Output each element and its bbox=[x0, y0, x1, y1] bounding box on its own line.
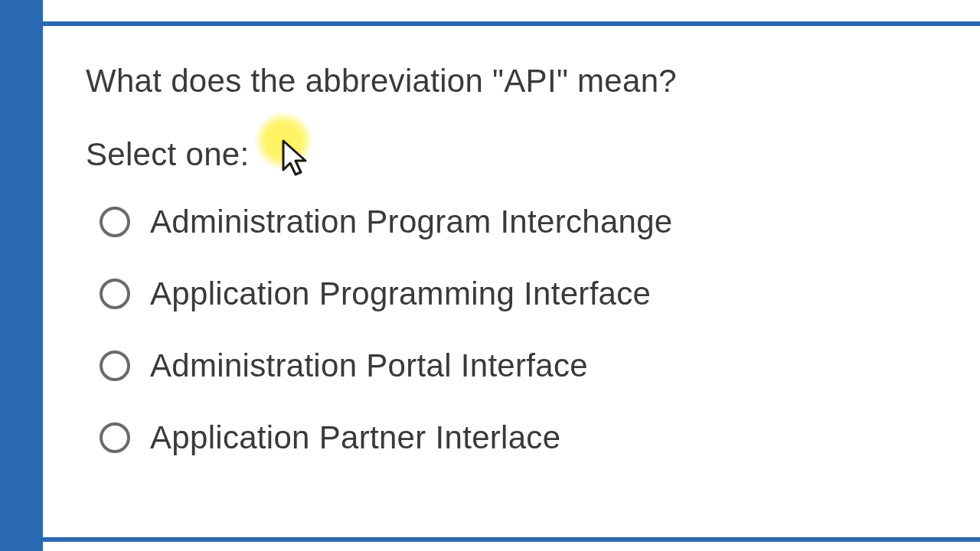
options-list: Administration Program Interchange Appli… bbox=[86, 204, 937, 456]
option-row[interactable]: Application Programming Interface bbox=[100, 276, 937, 312]
radio-icon[interactable] bbox=[100, 207, 130, 237]
question-text: What does the abbreviation "API" mean? bbox=[86, 63, 937, 99]
option-row[interactable]: Administration Program Interchange bbox=[100, 204, 937, 240]
option-label: Application Programming Interface bbox=[150, 276, 651, 312]
quiz-container: What does the abbreviation "API" mean? S… bbox=[0, 0, 980, 551]
left-accent-bar bbox=[0, 0, 43, 551]
select-one-label: Select one: bbox=[86, 136, 249, 173]
option-row[interactable]: Administration Portal Interface bbox=[100, 347, 937, 384]
option-label: Application Partner Interlace bbox=[150, 419, 560, 456]
option-label: Administration Program Interchange bbox=[150, 204, 673, 240]
radio-icon[interactable] bbox=[100, 422, 130, 453]
radio-icon[interactable] bbox=[100, 350, 130, 381]
option-label: Administration Portal Interface bbox=[150, 347, 588, 384]
question-panel: What does the abbreviation "API" mean? S… bbox=[43, 21, 980, 542]
option-row[interactable]: Application Partner Interlace bbox=[100, 419, 937, 456]
radio-icon[interactable] bbox=[100, 279, 130, 309]
